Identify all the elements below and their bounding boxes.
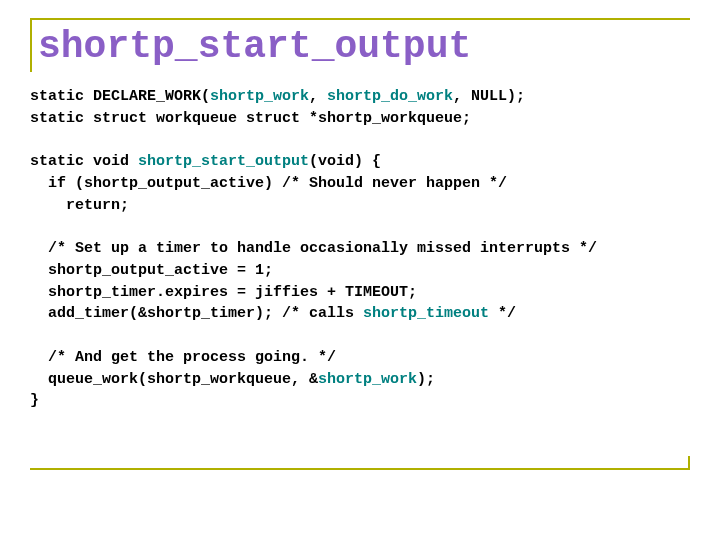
code-line: shortp_output_active = 1; xyxy=(30,262,273,279)
code-line: if (shortp_output_active) /* Should neve… xyxy=(30,175,507,192)
code-text: , xyxy=(309,88,327,105)
divider xyxy=(30,468,690,470)
code-text: ); xyxy=(417,371,435,388)
code-text: add_timer(&shortp_timer); /* calls xyxy=(30,305,363,322)
code-line: queue_work(shortp_workqueue, &shortp_wor… xyxy=(30,371,435,388)
code-line: add_timer(&shortp_timer); /* calls short… xyxy=(30,305,516,322)
code-highlight: shortp_do_work xyxy=(327,88,453,105)
code-text: static DECLARE_WORK( xyxy=(30,88,210,105)
slide-title: shortp_start_output xyxy=(38,26,690,72)
code-line: static struct workqueue struct *shortp_w… xyxy=(30,110,471,127)
code-line: return; xyxy=(30,197,129,214)
code-text: */ xyxy=(489,305,516,322)
code-highlight: shortp_work xyxy=(318,371,417,388)
code-line: } xyxy=(30,392,39,409)
code-text: static void xyxy=(30,153,138,170)
slide: shortp_start_output static DECLARE_WORK(… xyxy=(0,0,720,540)
code-block: static DECLARE_WORK(shortp_work, shortp_… xyxy=(30,86,690,412)
code-text: queue_work(shortp_workqueue, & xyxy=(30,371,318,388)
code-highlight: shortp_start_output xyxy=(138,153,309,170)
code-text: , NULL); xyxy=(453,88,525,105)
code-line: static void shortp_start_output(void) { xyxy=(30,153,381,170)
code-line: shortp_timer.expires = jiffies + TIMEOUT… xyxy=(30,284,417,301)
code-line: /* Set up a timer to handle occasionally… xyxy=(30,240,597,257)
code-line: /* And get the process going. */ xyxy=(30,349,336,366)
code-text: (void) { xyxy=(309,153,381,170)
code-line: static DECLARE_WORK(shortp_work, shortp_… xyxy=(30,88,525,105)
code-highlight: shortp_work xyxy=(210,88,309,105)
title-frame: shortp_start_output xyxy=(30,18,690,72)
code-highlight: shortp_timeout xyxy=(363,305,489,322)
